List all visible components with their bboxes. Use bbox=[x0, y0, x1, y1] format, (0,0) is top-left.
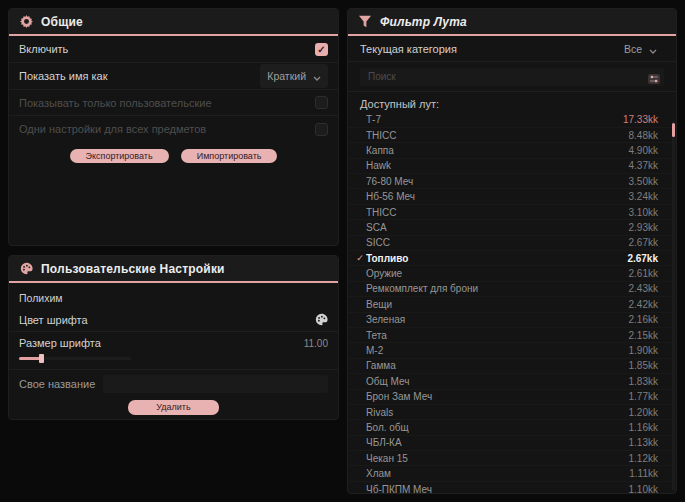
loot-item-value: 8.48kk bbox=[629, 130, 658, 141]
enable-label: Включить bbox=[19, 43, 315, 55]
loot-item-row[interactable]: Ремкомплект для брони2.43kk bbox=[348, 282, 676, 297]
only-custom-checkbox[interactable] bbox=[315, 96, 328, 109]
loot-item-row[interactable]: М-21.90kk bbox=[348, 343, 676, 358]
loot-item-row[interactable]: Зеленая2.16kk bbox=[348, 313, 676, 328]
loot-item-row[interactable]: Rivals1.20kk bbox=[348, 405, 676, 420]
panel-general-title: Общие bbox=[41, 15, 83, 29]
loot-item-name: Зеленая bbox=[366, 314, 629, 325]
loot-item-row[interactable]: Хлам1.11kk bbox=[348, 466, 676, 481]
loot-item-value: 2.16kk bbox=[629, 314, 658, 325]
loot-item-row[interactable]: THICC8.48kk bbox=[348, 128, 676, 143]
font-size-value: 11.00 bbox=[304, 338, 328, 349]
setting-row-font-color: Цвет шрифта bbox=[9, 308, 338, 332]
loot-item-name: ЧБЛ-КА bbox=[366, 437, 629, 448]
loot-item-name: Rivals bbox=[366, 407, 629, 418]
loot-item-name: Чб-ПКПМ Меч bbox=[366, 484, 629, 494]
loot-item-value: 4.37kk bbox=[629, 160, 658, 171]
loot-item-name: Тета bbox=[366, 330, 629, 341]
slider-fill bbox=[19, 357, 41, 360]
setting-row-custom-name: Свое название bbox=[9, 370, 338, 397]
loot-item-name: М-2 bbox=[366, 345, 629, 356]
font-size-label: Размер шрифта bbox=[19, 337, 304, 349]
custom-name-input[interactable] bbox=[103, 375, 328, 393]
palette-icon bbox=[19, 262, 33, 276]
export-button[interactable]: Экспортировать bbox=[70, 149, 169, 163]
loot-item-value: 2.93kk bbox=[629, 222, 658, 233]
search-settings-icon[interactable] bbox=[648, 70, 660, 88]
loot-item-row[interactable]: Брон Зам Меч1.77kk bbox=[348, 390, 676, 405]
loot-item-row[interactable]: Общ Меч1.83kk bbox=[348, 374, 676, 389]
loot-item-value: 17.33kk bbox=[623, 114, 658, 125]
loot-item-row[interactable]: SCA2.93kk bbox=[348, 220, 676, 235]
category-dropdown[interactable]: Все bbox=[617, 37, 664, 61]
loot-item-value: 1.77kk bbox=[629, 391, 658, 402]
font-color-label: Цвет шрифта bbox=[19, 314, 314, 326]
loot-item-name: Хлам bbox=[366, 468, 629, 479]
name-mode-label: Показать имя как bbox=[19, 70, 260, 82]
setting-row-font-size: Размер шрифта 11.00 bbox=[9, 332, 338, 370]
loot-item-row[interactable]: Т-717.33kk bbox=[348, 113, 676, 128]
import-button[interactable]: Импортировать bbox=[181, 149, 278, 163]
panel-user-settings-title: Пользовательские Настройки bbox=[41, 262, 225, 276]
loot-item-value: 1.85kk bbox=[629, 360, 658, 371]
loot-item-value: 1.90kk bbox=[629, 345, 658, 356]
loot-item-name: Бол. общ bbox=[366, 422, 629, 433]
loot-item-row[interactable]: Чб-ПКПМ Меч1.10kk bbox=[348, 482, 676, 494]
enable-checkbox[interactable]: ✓ bbox=[315, 43, 328, 56]
loot-item-name: Т-7 bbox=[366, 114, 623, 125]
color-picker-palette-icon[interactable] bbox=[314, 313, 328, 327]
loot-item-value: 3.50kk bbox=[629, 176, 658, 187]
loot-list: Т-717.33kkTHICC8.48kkКаппа4.90kkHawk4.37… bbox=[348, 113, 676, 495]
loot-item-row[interactable]: ✓Топливо2.67kk bbox=[348, 251, 676, 266]
loot-item-row[interactable]: Чекан 151.12kk bbox=[348, 451, 676, 466]
category-row: Текущая категория Все bbox=[348, 36, 676, 62]
loot-item-name: THICC bbox=[366, 207, 629, 218]
loot-item-row[interactable]: Hawk4.37kk bbox=[348, 159, 676, 174]
category-label: Текущая категория bbox=[360, 43, 617, 55]
loot-item-row[interactable]: Бол. общ1.16kk bbox=[348, 420, 676, 435]
funnel-icon bbox=[358, 15, 372, 29]
loot-item-row[interactable]: Гамма1.85kk bbox=[348, 359, 676, 374]
loot-item-row[interactable]: Каппа4.90kk bbox=[348, 143, 676, 158]
loot-item-row[interactable]: 76-80 Меч3.50kk bbox=[348, 174, 676, 189]
panel-general-header: Общие bbox=[9, 9, 338, 36]
loot-item-value: 3.24kk bbox=[629, 191, 658, 202]
loot-item-row[interactable]: Тета2.15kk bbox=[348, 328, 676, 343]
loot-item-row[interactable]: THICC3.10kk bbox=[348, 205, 676, 220]
slider-handle[interactable] bbox=[39, 354, 44, 363]
check-icon: ✓ bbox=[354, 253, 366, 263]
custom-name-label: Свое название bbox=[19, 378, 95, 390]
only-custom-label: Показывать только пользовательские bbox=[19, 97, 315, 109]
same-settings-checkbox[interactable] bbox=[315, 123, 328, 136]
loot-item-row[interactable]: Вещи2.42kk bbox=[348, 297, 676, 312]
name-mode-dropdown[interactable]: Краткий bbox=[260, 64, 328, 88]
loot-item-value: 1.13kk bbox=[629, 437, 658, 448]
loot-item-name: Чекан 15 bbox=[366, 453, 629, 464]
loot-item-name: Каппа bbox=[366, 145, 629, 156]
loot-item-value: 2.15kk bbox=[629, 330, 658, 341]
setting-row-enable: Включить ✓ bbox=[9, 36, 338, 63]
loot-item-row[interactable]: Нб-56 Меч3.24kk bbox=[348, 189, 676, 204]
loot-item-value: 2.67kk bbox=[627, 253, 658, 264]
loot-scrollbar[interactable] bbox=[672, 121, 675, 491]
panel-general: Общие Включить ✓ Показать имя как Кратки… bbox=[8, 8, 339, 246]
same-settings-label: Одни настройки для всех предметов bbox=[19, 123, 315, 135]
loot-item-name: Топливо bbox=[366, 253, 627, 264]
delete-button[interactable]: Удалить bbox=[128, 400, 218, 415]
font-size-slider[interactable] bbox=[19, 354, 131, 363]
panel-loot-filter: Фильтр Лута Текущая категория Все Доступ… bbox=[347, 8, 677, 494]
setting-row-only-custom: Показывать только пользовательские bbox=[9, 90, 338, 116]
search-input[interactable] bbox=[360, 68, 664, 86]
delete-row: Удалить bbox=[9, 397, 338, 420]
panel-loot-filter-title: Фильтр Лута bbox=[380, 15, 467, 29]
loot-item-value: 2.67kk bbox=[629, 237, 658, 248]
name-mode-value: Краткий bbox=[267, 70, 306, 82]
loot-item-value: 1.16kk bbox=[629, 422, 658, 433]
loot-item-value: 1.20kk bbox=[629, 407, 658, 418]
loot-item-row[interactable]: ЧБЛ-КА1.13kk bbox=[348, 436, 676, 451]
loot-scrollbar-thumb[interactable] bbox=[672, 123, 675, 137]
loot-item-name: 76-80 Меч bbox=[366, 176, 629, 187]
loot-item-name: Общ Меч bbox=[366, 376, 629, 387]
loot-item-row[interactable]: Оружие2.61kk bbox=[348, 266, 676, 281]
loot-item-row[interactable]: SICC2.67kk bbox=[348, 236, 676, 251]
